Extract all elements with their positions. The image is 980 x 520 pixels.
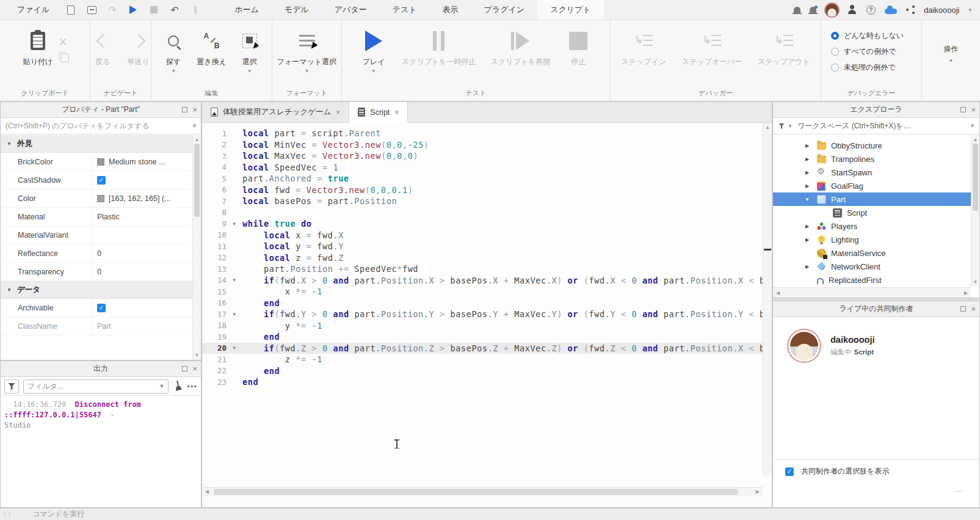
code-line[interactable]: 15 x *= -1 bbox=[202, 286, 763, 298]
scroll-up-icon[interactable]: ▲ bbox=[763, 125, 772, 130]
property-value[interactable]: Part bbox=[92, 322, 192, 331]
menu-tab-3[interactable]: テスト bbox=[380, 0, 430, 20]
forward-button[interactable]: 早送り bbox=[125, 28, 152, 67]
code-line[interactable]: 7local basePos = part.Position bbox=[202, 196, 763, 207]
explorer-vertical-scrollbar[interactable]: ▲▼ bbox=[971, 135, 979, 287]
format-selection-button[interactable]: フォーマット選択 ▼ bbox=[277, 28, 336, 73]
property-row[interactable]: Transparency0 bbox=[1, 263, 192, 281]
tree-item-script[interactable]: Script bbox=[773, 206, 971, 219]
checkbox[interactable]: ✓ bbox=[97, 176, 106, 185]
code-line[interactable]: 16 end bbox=[202, 298, 763, 309]
resume-script-button[interactable]: スクリプトを再開 bbox=[491, 28, 551, 67]
close-icon[interactable]: × bbox=[192, 365, 197, 373]
tree-item-part[interactable]: ▼Part bbox=[773, 192, 971, 206]
code-line[interactable]: 2local MinVec = Vector3.new(0,0,-25) bbox=[202, 139, 763, 151]
code-line[interactable]: 1local part = script.Parent bbox=[202, 128, 763, 139]
tree-item-trampolines[interactable]: ▶Trampolines bbox=[773, 152, 971, 166]
alert-icon[interactable] bbox=[794, 7, 800, 13]
error-radio-1[interactable]: すべての例外で bbox=[831, 46, 921, 57]
collaborators-overflow-icon[interactable]: ... bbox=[955, 485, 964, 494]
scroll-right-icon[interactable]: ▶ bbox=[756, 489, 760, 494]
property-section-header[interactable]: ▼データ bbox=[1, 281, 192, 299]
property-row[interactable]: CastShadow✓ bbox=[1, 171, 192, 189]
property-value[interactable]: 0 bbox=[92, 268, 192, 276]
tree-item-goalflag[interactable]: ▶GoalFlag bbox=[773, 179, 971, 192]
tree-collapsed-icon[interactable]: ▶ bbox=[802, 183, 812, 189]
tree-expanded-icon[interactable]: ▼ bbox=[802, 197, 812, 202]
share-icon[interactable] bbox=[906, 5, 915, 14]
fold-arrow-icon[interactable]: ▼ bbox=[227, 345, 242, 351]
tree-collapsed-icon[interactable]: ▶ bbox=[802, 170, 812, 175]
fold-arrow-icon[interactable]: ▼ bbox=[227, 277, 242, 283]
menu-tab-1[interactable]: モデル bbox=[272, 0, 322, 20]
step-over-button[interactable]: ステップオーバー bbox=[682, 28, 742, 67]
tree-item-networkclient[interactable]: ▶NetworkClient bbox=[773, 260, 971, 273]
cut-icon[interactable] bbox=[59, 38, 67, 46]
code-line[interactable]: 21 z *= -1 bbox=[202, 354, 763, 365]
code-line[interactable]: 18 y *= -1 bbox=[202, 320, 763, 332]
close-tab-icon[interactable]: × bbox=[394, 108, 399, 117]
operations-button[interactable]: 操作 bbox=[944, 44, 959, 54]
code-line[interactable]: 13 part.Position += SpeedVec*fwd bbox=[202, 263, 763, 275]
back-button[interactable]: 戻る bbox=[90, 28, 117, 67]
editor-vertical-scrollbar[interactable]: ▲ bbox=[763, 123, 772, 475]
redo-icon[interactable]: ↷ bbox=[107, 4, 118, 15]
menu-tab-5[interactable]: プラグイン bbox=[471, 0, 538, 20]
code-line[interactable]: 19 end bbox=[202, 331, 763, 343]
property-value[interactable]: [163, 162, 165] (... bbox=[92, 194, 192, 203]
explorer-filter-input[interactable]: ▼ ワークスペース (Ctrl+Shift+X)を… ▼ bbox=[773, 118, 979, 134]
property-value[interactable]: ✓ bbox=[92, 176, 192, 185]
user-menu-caret-icon[interactable]: ▾ bbox=[968, 7, 971, 13]
scroll-down-icon[interactable]: ▼ bbox=[193, 353, 201, 358]
tree-item-startspawn[interactable]: ▶StartSpawn bbox=[773, 166, 971, 179]
tree-collapsed-icon[interactable]: ▶ bbox=[802, 237, 812, 243]
username[interactable]: daikooooji bbox=[924, 5, 960, 15]
property-value[interactable]: 0 bbox=[92, 249, 192, 258]
open-file-icon[interactable] bbox=[86, 4, 97, 15]
menu-tab-6[interactable]: スクリプト bbox=[537, 0, 604, 20]
fold-arrow-icon[interactable]: ▼ bbox=[227, 312, 242, 317]
checkbox[interactable]: ✓ bbox=[97, 304, 106, 312]
menu-file[interactable]: ファイル bbox=[0, 4, 65, 15]
code-line[interactable]: 9▼while true do bbox=[202, 218, 763, 230]
menu-tab-0[interactable]: ホーム bbox=[222, 0, 272, 20]
code-area[interactable]: 1local part = script.Parent2local MinVec… bbox=[202, 123, 763, 507]
code-line[interactable]: 11 local y = fwd.Y bbox=[202, 241, 763, 252]
tree-item-obbystructure[interactable]: ▶ObbyStructure bbox=[773, 139, 971, 152]
output-filter-button[interactable] bbox=[4, 379, 19, 394]
properties-filter-input[interactable]: (Ctrl+Shift+P) のプロパティをフィルタする ▼ bbox=[1, 118, 201, 134]
property-value[interactable]: ✓ bbox=[92, 304, 192, 312]
tree-item-players[interactable]: ▶Players bbox=[773, 219, 971, 233]
code-line[interactable]: 3local MaxVec = Vector3.new(0,0,0) bbox=[202, 150, 763, 162]
close-icon[interactable]: × bbox=[971, 305, 976, 313]
properties-scrollbar[interactable]: ▲ ▼ bbox=[192, 135, 201, 360]
menu-tab-2[interactable]: アバター bbox=[322, 0, 380, 20]
property-row[interactable]: ClassNamePart bbox=[1, 317, 192, 335]
code-line[interactable]: 12 local z = fwd.Z bbox=[202, 252, 763, 264]
clear-output-icon[interactable] bbox=[172, 380, 184, 393]
error-radio-2[interactable]: 未処理の例外で bbox=[831, 62, 921, 73]
tree-collapsed-icon[interactable]: ▶ bbox=[802, 264, 812, 269]
tab-place[interactable]: 体験授業用アスレチックゲーム × bbox=[202, 102, 349, 122]
toolbar-overflow-icon[interactable] bbox=[190, 4, 201, 15]
pause-script-button[interactable]: スクリプトを一時停止 bbox=[402, 28, 476, 67]
property-row[interactable]: MaterialPlastic bbox=[1, 208, 192, 226]
select-button[interactable]: 選択 ▼ bbox=[236, 28, 263, 73]
property-value[interactable]: Plastic bbox=[92, 213, 192, 221]
menu-tab-4[interactable]: 表示 bbox=[430, 0, 471, 20]
scrollbar-thumb[interactable] bbox=[214, 489, 738, 495]
code-line[interactable]: 20▼ if(fwd.Z > 0 and part.Position.Z > b… bbox=[202, 343, 763, 354]
error-radio-0[interactable]: どんな時もしない bbox=[831, 31, 921, 41]
popout-icon[interactable] bbox=[182, 107, 187, 112]
property-row[interactable]: Reflectance0 bbox=[1, 244, 192, 263]
property-value[interactable]: Medium stone ... bbox=[92, 158, 192, 166]
tree-item-materialservice[interactable]: MaterialService bbox=[773, 246, 971, 260]
avatar[interactable] bbox=[826, 4, 838, 16]
code-line[interactable]: 10 local x = fwd.X bbox=[202, 230, 763, 241]
tree-collapsed-icon[interactable]: ▶ bbox=[802, 156, 812, 162]
tab-script[interactable]: Script × bbox=[349, 102, 408, 123]
copy-icon[interactable] bbox=[59, 52, 66, 59]
popout-icon[interactable] bbox=[182, 366, 187, 372]
tree-collapsed-icon[interactable]: ▶ bbox=[802, 224, 812, 229]
code-line[interactable]: 4local SpeedVec = 1 bbox=[202, 162, 763, 174]
